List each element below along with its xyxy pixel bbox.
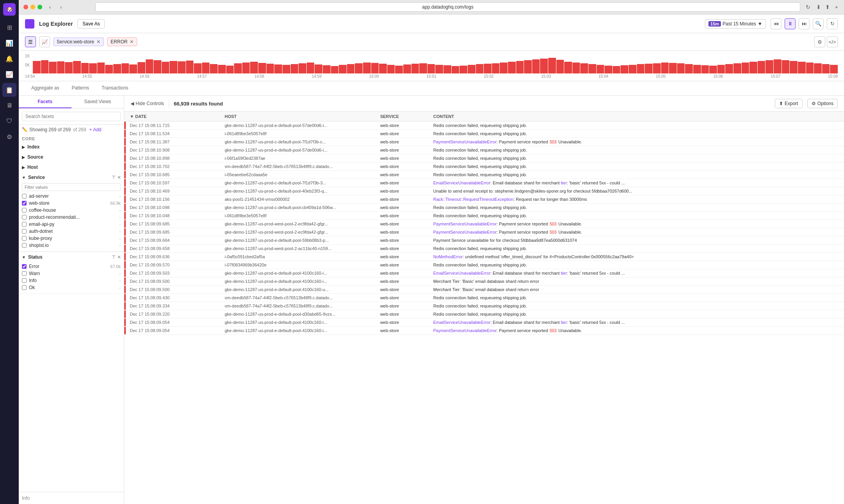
table-row[interactable]: Dec 17 15:08:09.220 gke-demo-11287-us-pr… [124,310,844,318]
table-row[interactable]: Dec 17 15:08:09.684 gke-demo-11287-us-pr… [124,236,844,245]
service-filter-input[interactable] [22,183,121,191]
facet-item-kube-proxy[interactable]: kube-proxy - [22,235,121,242]
nav-settings[interactable]: ⚙ [2,130,16,144]
search-button[interactable]: 🔍 [813,18,824,29]
product-rec-checkbox[interactable] [22,215,27,220]
time-range-selector[interactable]: 15m Past 15 Minutes ▼ [705,19,766,29]
table-row[interactable]: Dec 17 15:08:11.715 gke-demo-11287-us-pr… [124,122,844,130]
tab-aggregate[interactable]: Aggregate as [25,81,65,95]
status-close-icon[interactable]: ✕ [117,255,121,260]
table-row[interactable]: Dec 17 15:08:10.685 i-05eaeebe62cdaaa5e … [124,171,844,179]
sidebar-tab-facets[interactable]: Facets [19,96,72,108]
table-row[interactable]: Dec 17 15:08:09.500 gke-demo-11287-us-pr… [124,286,844,294]
facet-item-web-store[interactable]: web-store 66.9k [22,200,121,207]
index-facet-header[interactable]: Index [19,142,124,152]
code-button[interactable]: </> [827,36,838,47]
table-row[interactable]: Dec 17 15:08:10.908 gke-demo-11287-us-pr… [124,146,844,154]
table-row[interactable]: Dec 17 15:08:09.430 vm-deedb587-74a7-44f… [124,294,844,302]
table-row[interactable]: Dec 17 15:08:11.387 gke-demo-11287-us-pr… [124,138,844,146]
coffee-house-checkbox[interactable] [22,208,27,213]
auth-dotnet-checkbox[interactable] [22,229,27,234]
table-row[interactable]: Dec 17 15:08:09.503 gke-demo-11287-us-pr… [124,269,844,277]
refresh-logs-button[interactable]: ↻ [827,18,838,29]
table-row[interactable]: Dec 17 15:08:09.685 gke-demo-11287-us-pr… [124,228,844,236]
ad-server-checkbox[interactable] [22,194,27,198]
table-row[interactable]: Dec 17 15:08:10.048 i-061d89be3e5057e8f … [124,212,844,220]
service-filter-tag[interactable]: Service:web-store ✕ [53,38,104,46]
shopist-checkbox[interactable] [22,243,27,248]
list-view-button[interactable]: ☰ [25,36,36,47]
table-row[interactable]: Dec 17 15:08:09.334 vm-deedb587-74a7-44f… [124,302,844,310]
nav-infrastructure[interactable]: 🖥 [2,98,16,113]
facet-item-product-rec[interactable]: product-recommendati... - [22,214,121,221]
table-row[interactable]: Dec 17 15:08:09.636 i-0af5c091cbed2af5a … [124,253,844,261]
fast-forward-button[interactable]: ⏭ [799,18,810,29]
host-col-header[interactable]: HOST [221,112,376,122]
close-dot[interactable] [23,5,28,9]
pause-button[interactable]: ⏸ [785,18,796,29]
table-row[interactable]: Dec 17 15:08:09.054 gke-demo-11287-us-pr… [124,318,844,327]
table-row[interactable]: Dec 17 15:08:10.898 i-06f1a59f3ed2387ae … [124,154,844,163]
service-col-header[interactable]: SERVICE [376,112,429,122]
nav-apm[interactable]: 📈 [2,67,16,81]
status-facet-header[interactable]: Status ⊤ ✕ [19,252,124,262]
sidebar-tab-saved-views[interactable]: Saved Views [72,96,124,108]
table-row[interactable]: Dec 17 15:08:09.658 gke-demo-11287-us-pr… [124,245,844,253]
source-facet-header[interactable]: Source [19,152,124,162]
save-as-button[interactable]: Save As [77,19,105,29]
facet-item-error[interactable]: Error 67.0k [22,263,121,270]
info-status-checkbox[interactable] [22,278,27,283]
nav-home[interactable]: ⊞ [2,20,16,34]
options-button[interactable]: ⚙ Options [807,99,838,108]
table-row[interactable]: Dec 17 15:08:09.500 gke-demo-11287-us-pr… [124,277,844,286]
host-facet-header[interactable]: Host [19,162,124,172]
service-filter-icon[interactable]: ⊤ [112,175,116,180]
facet-item-coffee-house[interactable]: coffee-house - [22,207,121,214]
facet-item-email-api-py[interactable]: email-api-py - [22,221,121,228]
forward-button[interactable]: › [56,2,66,12]
facet-item-ad-server[interactable]: ad-server - [22,193,121,200]
minimize-dot[interactable] [30,5,35,9]
error-filter-remove[interactable]: ✕ [130,39,134,45]
refresh-button[interactable]: ↻ [803,2,813,12]
new-tab-button[interactable]: + [833,2,839,12]
content-col-header[interactable]: CONTENT [429,112,844,122]
back-button[interactable]: ‹ [45,2,55,12]
ok-status-checkbox[interactable] [22,285,27,290]
table-row[interactable]: Dec 17 15:08:10.702 vm-deedb587-74a7-44f… [124,163,844,171]
table-row[interactable]: Dec 17 15:08:10.469 gke-demo-11287-us-pr… [124,187,844,195]
table-row[interactable]: Dec 17 15:08:09.054 gke-demo-11287-us-pr… [124,327,844,335]
service-close-icon[interactable]: ✕ [117,175,121,180]
facet-item-ok[interactable]: Ok - [22,284,121,291]
table-row[interactable]: Dec 17 15:08:11.534 i-061d89be3e5057e8f … [124,130,844,138]
nav-logs[interactable]: 📋 [2,83,16,97]
chart-view-button[interactable]: 📈 [39,36,50,47]
tab-transactions[interactable]: Transactions [95,81,134,95]
error-filter-tag[interactable]: ERROR ✕ [107,38,137,46]
download-button[interactable]: ⬇ [816,2,822,12]
service-facet-header[interactable]: Service ⊤ ✕ [19,172,124,182]
add-facet-button[interactable]: + Add [89,127,101,132]
tab-patterns[interactable]: Patterns [65,81,95,95]
table-row[interactable]: Dec 17 15:08:10.098 gke-demo-11287-us-pr… [124,204,844,212]
hide-controls-button[interactable]: ◀ Hide Controls [131,101,164,106]
facet-item-shopist[interactable]: shopist.io - [22,242,121,249]
status-filter-icon[interactable]: ⊤ [112,255,116,260]
facet-item-warn[interactable]: Warn - [22,270,121,277]
error-status-checkbox[interactable] [22,264,27,269]
facet-item-info[interactable]: Info - [22,277,121,284]
facet-item-auth-dotnet[interactable]: auth-dotnet - [22,228,121,235]
maximize-dot[interactable] [38,5,42,9]
date-col-header[interactable]: ▼ DATE [126,112,221,122]
table-row[interactable]: Dec 17 15:08:09.570 i-07f0834969b36420e … [124,261,844,269]
settings-button[interactable]: ⚙ [814,36,825,47]
email-api-py-checkbox[interactable] [22,222,27,227]
url-bar[interactable]: app.datadoghq.com/logs [95,2,800,12]
facet-search-input[interactable] [22,112,121,121]
export-button[interactable]: ⬆ Export [775,99,803,108]
nav-monitor[interactable]: 🔔 [2,52,16,66]
nav-dashboard[interactable]: 📊 [2,36,16,50]
table-row[interactable]: Dec 17 15:08:09.685 gke-demo-11287-us-pr… [124,220,844,228]
warn-status-checkbox[interactable] [22,271,27,276]
table-row[interactable]: Dec 17 15:08:10.156 aks-pool1-21451434-v… [124,195,844,204]
